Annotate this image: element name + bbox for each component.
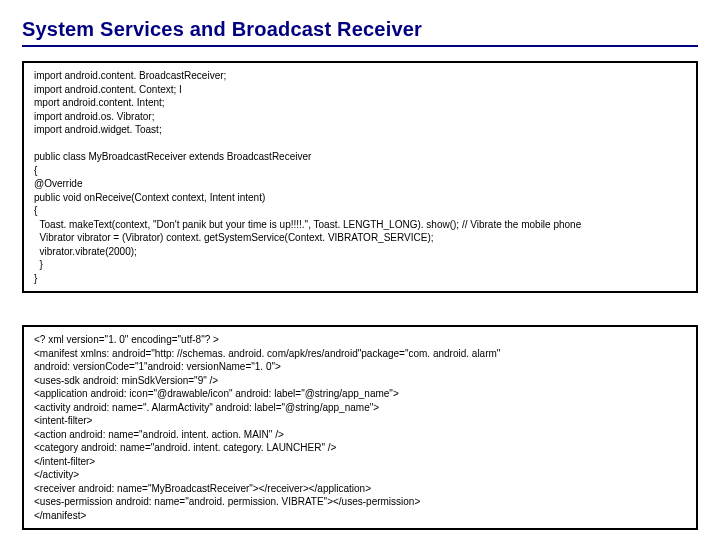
code-block-java: import android.content. BroadcastReceive… (22, 61, 698, 293)
page-title: System Services and Broadcast Receiver (22, 18, 698, 47)
spacer (22, 293, 698, 311)
code-block-xml: <? xml version="1. 0" encoding="utf-8"? … (22, 325, 698, 530)
